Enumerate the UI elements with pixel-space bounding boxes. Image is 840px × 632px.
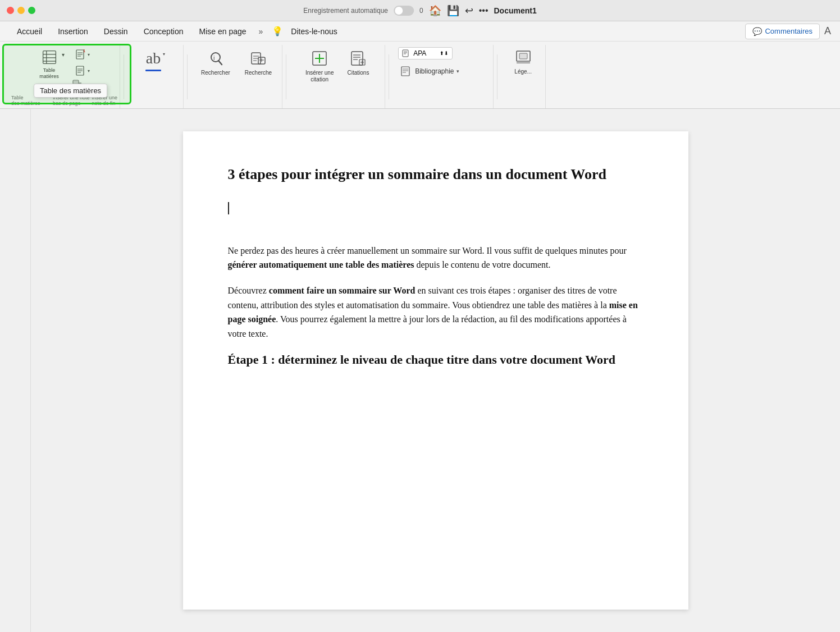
biblio-buttons: APA ⬆⬇ Bibliographie ▾ [398, 47, 461, 106]
ribbon-tooltip: Table des matières [34, 84, 107, 98]
comments-button[interactable]: 💬 Commentaires [745, 24, 820, 39]
table-matieres-dropdown-arrow: ▾ [62, 52, 65, 58]
insert-endnote-arrow: ▾ [88, 68, 90, 74]
legende-button[interactable]: Lége... [509, 47, 537, 77]
menu-mise-en-page[interactable]: Mise en page [191, 24, 254, 39]
ab-dropdown-arrow: ▾ [163, 52, 165, 57]
rechercher-button[interactable]: i Rechercher [197, 47, 235, 79]
title-bar-left [7, 7, 35, 14]
menu-dessin[interactable]: Dessin [96, 24, 136, 39]
share-icon: A [824, 25, 831, 37]
sep2 [187, 54, 188, 99]
menu-insertion[interactable]: Insertion [50, 24, 96, 39]
paragraph2-start: Découvrez [228, 286, 269, 295]
inserer-citation-icon [311, 49, 328, 67]
ribbon-group-biblio: APA ⬆⬇ Bibliographie ▾ [392, 45, 494, 108]
sep4 [389, 54, 389, 99]
comment-icon: 💬 [752, 27, 762, 36]
bibliographie-arrow: ▾ [456, 68, 459, 74]
ribbon-group-legende: Lége... [501, 45, 546, 108]
paragraph2-end: . Vous pourrez également la mettre à jou… [228, 314, 627, 338]
document-heading: 3 étapes pour intégrer un sommaire dans … [228, 165, 643, 184]
insert-note-icon: 1 [75, 49, 86, 60]
autosave-label: Enregistrement automatique [303, 7, 388, 15]
sep1 [124, 54, 124, 99]
citations-icon [349, 49, 367, 67]
ab-buttons: ab ▾ [142, 47, 168, 104]
menu-conception[interactable]: Conception [136, 24, 191, 39]
rechercher-label: Rechercher [201, 70, 230, 76]
menu-more-icon[interactable]: » [254, 24, 268, 39]
inserer-citation-button[interactable]: Insérer unecitation [301, 47, 339, 85]
ribbon-group-recherche: i Rechercher Recherche [191, 45, 282, 108]
insert-endnote-button[interactable]: ▾ [72, 63, 93, 78]
undo-icon: ↩ [465, 4, 473, 17]
svg-rect-49 [519, 53, 527, 59]
svg-line-21 [218, 61, 222, 65]
title-bar-center: Enregistrement automatique 0 🏠 💾 ↩ ••• D… [303, 4, 536, 17]
more-icon: ••• [479, 6, 489, 16]
close-button[interactable] [7, 7, 14, 14]
ab-large-icon: ab [146, 49, 161, 67]
autosave-toggle[interactable] [394, 6, 414, 16]
legende-label: Lége... [514, 68, 532, 75]
legende-icon [515, 49, 532, 66]
toggle-value: 0 [419, 7, 423, 15]
document-area[interactable]: 3 étapes pour intégrer un sommaire dans … [31, 109, 840, 632]
menu-right: 💬 Commentaires A [745, 24, 831, 39]
minimize-button[interactable] [17, 7, 25, 14]
insert-note-button[interactable]: 1 ▾ [72, 47, 93, 62]
ab-underline [145, 70, 161, 71]
main-content: 3 étapes pour intégrer un sommaire dans … [0, 109, 840, 632]
ab-style-button[interactable]: ab ▾ [142, 47, 168, 74]
traffic-lights [7, 7, 35, 14]
cursor-area [228, 202, 643, 230]
table-matieres-label: Tablematières [39, 67, 59, 80]
citation-buttons: Insérer unecitation Citations [301, 47, 374, 106]
menu-tell-me[interactable]: Dites-le-nous [283, 24, 345, 39]
lightbulb-icon: 💡 [272, 26, 283, 36]
svg-rect-0 [43, 51, 56, 64]
apa-label: APA [413, 49, 426, 57]
document-title: Document1 [494, 6, 537, 15]
svg-text:i: i [213, 54, 214, 61]
style-icon [402, 49, 411, 58]
menu-accueil[interactable]: Accueil [9, 24, 50, 39]
paragraph1: Ne perdez pas des heures à créer manuell… [228, 244, 643, 272]
bibliographie-label: Bibliographie [415, 67, 454, 75]
citations-button[interactable]: Citations [343, 47, 373, 79]
paragraph1-bold: générer automatiquement une table des ma… [228, 260, 414, 269]
paragraph1-end: depuis le contenu de votre document. [414, 260, 550, 269]
apa-selector[interactable]: APA ⬆⬇ [398, 47, 453, 59]
svg-rect-33 [351, 52, 363, 65]
inserer-citation-label: Insérer unecitation [305, 70, 334, 83]
home-icon: 🏠 [429, 4, 441, 17]
sidebar [0, 109, 31, 632]
rechercher-icon: i [207, 49, 225, 67]
menu-bar: Accueil Insertion Dessin Conception Mise… [0, 21, 840, 42]
svg-rect-40 [403, 50, 408, 57]
svg-rect-44 [401, 67, 409, 76]
ribbon-group-citation: Insérer unecitation Citations [290, 45, 385, 108]
apa-dropdown-arrow: ⬆⬇ [440, 51, 449, 56]
text-cursor [228, 202, 229, 214]
ribbon-group-table: Tablematières ▾ 1 ▾ [4, 45, 120, 108]
insert-note-arrow: ▾ [88, 52, 90, 57]
document-page: 3 étapes pour intégrer un sommaire dans … [183, 131, 688, 610]
title-bar: Enregistrement automatique 0 🏠 💾 ↩ ••• D… [0, 0, 840, 21]
fullscreen-button[interactable] [28, 7, 35, 14]
subheading1: Étape 1 : déterminez le niveau de chaque… [228, 352, 643, 368]
paragraph2: Découvrez comment faire un sommaire sur … [228, 283, 643, 341]
save-icon: 💾 [447, 4, 459, 17]
paragraph2-bold: comment faire un sommaire sur Word [269, 286, 416, 295]
sep3 [286, 54, 286, 99]
paragraph1-start: Ne perdez pas des heures à créer manuell… [228, 246, 627, 255]
recherche-button[interactable]: Recherche [240, 47, 276, 79]
citations-label: Citations [347, 70, 369, 76]
bibliographie-icon [400, 65, 413, 77]
insert-endnote-icon [75, 65, 86, 76]
bibliographie-button[interactable]: Bibliographie ▾ [398, 64, 461, 79]
recherche-icon [249, 49, 267, 67]
recherche-buttons: i Rechercher Recherche [197, 47, 276, 106]
table-matieres-button[interactable]: Tablematières ▾ [36, 47, 68, 82]
